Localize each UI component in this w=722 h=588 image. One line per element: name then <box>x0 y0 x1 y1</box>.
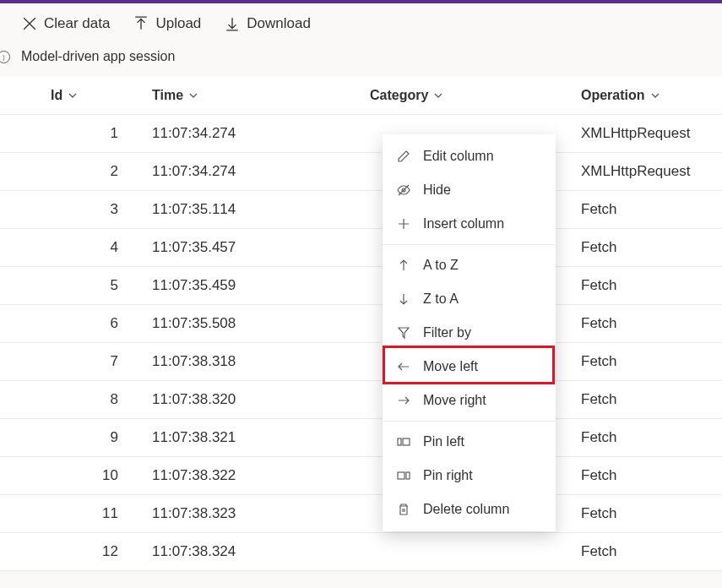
pin-left-icon <box>396 434 411 449</box>
cell-operation: Fetch <box>571 495 722 532</box>
table-row[interactable]: 211:07:34.274XMLHttpRequest <box>0 153 722 191</box>
cm-edit-column[interactable]: Edit column <box>383 139 556 173</box>
grid-body: 111:07:34.274XMLHttpRequest211:07:34.274… <box>0 115 722 571</box>
cm-filter-by[interactable]: Filter by <box>383 316 556 350</box>
table-row[interactable]: 611:07:35.508Fetch <box>0 305 722 343</box>
cell-id: 7 <box>41 343 142 380</box>
cell-operation: Fetch <box>571 343 722 380</box>
cell-id: 9 <box>41 419 142 456</box>
table-row[interactable]: 311:07:35.114Fetch <box>0 191 722 229</box>
cell-time: 11:07:38.320 <box>142 381 360 418</box>
svg-rect-4 <box>406 472 410 479</box>
column-header-time-label: Time <box>152 88 183 103</box>
cm-separator <box>383 421 556 422</box>
cell-operation: XMLHttpRequest <box>571 115 722 152</box>
cell-operation: Fetch <box>571 533 722 570</box>
download-label: Download <box>247 15 311 32</box>
cell-id: 3 <box>41 191 142 228</box>
cm-insert-column-label: Insert column <box>423 216 504 231</box>
cm-hide-label: Hide <box>423 182 451 198</box>
cm-move-left[interactable]: Move left <box>383 350 556 384</box>
cm-move-right-label: Move right <box>423 393 486 408</box>
table-row[interactable]: 711:07:38.318Fetch <box>0 343 722 381</box>
cm-hide[interactable]: Hide <box>383 173 556 207</box>
cell-time: 11:07:38.318 <box>142 343 360 380</box>
arrow-up-icon <box>396 258 411 273</box>
row-gutter <box>0 343 41 380</box>
close-icon <box>22 16 37 31</box>
table-row[interactable]: 411:07:35.457Fetch <box>0 229 722 267</box>
column-header-category[interactable]: Category <box>360 77 571 114</box>
svg-rect-1 <box>398 438 401 445</box>
toolbar: Clear data Upload Download <box>0 3 722 44</box>
table-row[interactable]: 811:07:38.320Fetch <box>0 381 722 419</box>
column-header-time[interactable]: Time <box>142 77 360 114</box>
cell-time: 11:07:38.321 <box>142 419 360 456</box>
arrow-down-icon <box>396 291 411 307</box>
upload-icon <box>133 16 149 31</box>
breadcrumb: ) Model-driven app session <box>0 44 722 76</box>
row-gutter <box>0 153 41 190</box>
cm-sort-asc[interactable]: A to Z <box>383 248 556 282</box>
column-header-category-label: Category <box>370 88 428 103</box>
cm-sort-desc[interactable]: Z to A <box>383 282 556 316</box>
arrow-right-icon <box>396 393 411 408</box>
data-grid: Id Time Category Operation 111:07:34.274… <box>0 76 722 571</box>
column-context-menu: Edit column Hide Insert column A to Z Z … <box>383 134 556 531</box>
cell-operation: Fetch <box>571 267 722 304</box>
table-row[interactable]: 911:07:38.321Fetch <box>0 419 722 457</box>
column-header-operation[interactable]: Operation <box>571 77 722 114</box>
column-header-id[interactable]: Id <box>41 77 142 114</box>
download-button[interactable]: Download <box>216 10 319 37</box>
row-gutter <box>0 229 41 266</box>
column-header-id-label: Id <box>51 88 62 103</box>
row-gutter <box>0 115 41 152</box>
chevron-down-icon <box>188 90 198 101</box>
table-row[interactable]: 1111:07:38.323Fetch <box>0 495 722 533</box>
cell-id: 12 <box>41 533 142 570</box>
pin-right-icon <box>396 468 411 483</box>
cell-id: 10 <box>41 457 142 494</box>
cm-pin-left[interactable]: Pin left <box>383 425 556 459</box>
table-row[interactable]: 1211:07:38.324Fetch <box>0 533 722 571</box>
table-row[interactable]: 111:07:34.274XMLHttpRequest <box>0 115 722 153</box>
cm-pin-left-label: Pin left <box>423 434 464 449</box>
table-row[interactable]: 1011:07:38.322Fetch <box>0 457 722 495</box>
cell-operation: Fetch <box>571 305 722 342</box>
svg-rect-2 <box>403 438 410 445</box>
table-row[interactable]: 511:07:35.459Fetch <box>0 267 722 305</box>
row-gutter <box>0 381 41 418</box>
row-gutter <box>0 457 41 494</box>
session-status-icon: ) <box>0 51 10 63</box>
cell-id: 6 <box>41 305 142 342</box>
trash-icon <box>396 502 411 517</box>
chevron-down-icon <box>650 90 660 101</box>
upload-button[interactable]: Upload <box>125 10 209 37</box>
cell-time: 11:07:35.508 <box>142 305 360 342</box>
cm-delete-column[interactable]: Delete column <box>383 493 556 526</box>
breadcrumb-label: Model-driven app session <box>21 49 175 64</box>
cell-id: 5 <box>41 267 142 304</box>
cell-operation: Fetch <box>571 419 722 456</box>
row-gutter <box>0 305 41 342</box>
cm-filter-by-label: Filter by <box>423 325 471 340</box>
cm-insert-column[interactable]: Insert column <box>383 207 556 241</box>
cell-id: 4 <box>41 229 142 266</box>
cm-separator <box>383 244 556 245</box>
cell-time: 11:07:35.114 <box>142 191 360 228</box>
cm-pin-right[interactable]: Pin right <box>383 459 556 493</box>
cm-delete-column-label: Delete column <box>423 502 509 517</box>
cm-edit-column-label: Edit column <box>423 149 494 164</box>
cell-operation: Fetch <box>571 457 722 494</box>
pencil-icon <box>396 149 411 164</box>
clear-data-button[interactable]: Clear data <box>14 10 118 37</box>
cell-time: 11:07:35.459 <box>142 267 360 304</box>
filter-icon <box>396 325 411 340</box>
cell-time: 11:07:38.322 <box>142 457 360 494</box>
cm-move-right[interactable]: Move right <box>383 384 556 417</box>
chevron-down-icon <box>68 90 78 101</box>
clear-data-label: Clear data <box>44 15 110 32</box>
cm-sort-desc-label: Z to A <box>423 291 459 307</box>
cell-id: 1 <box>41 115 142 152</box>
cell-category <box>360 533 571 570</box>
